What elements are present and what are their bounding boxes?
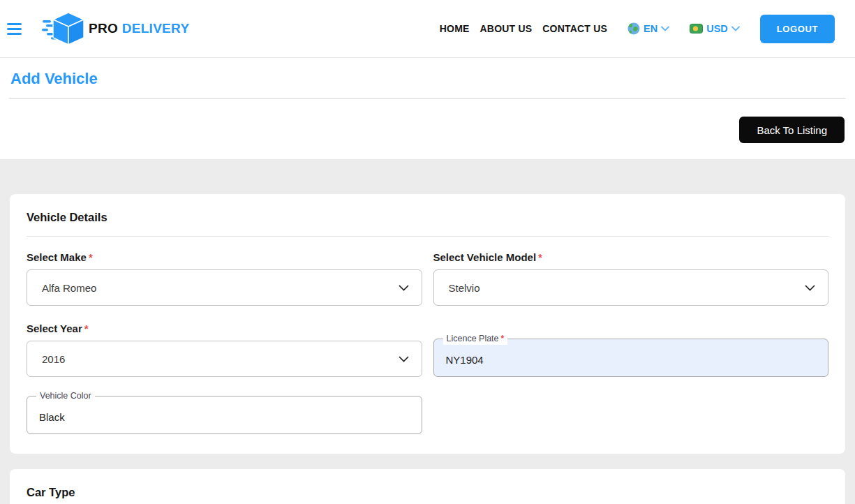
vehicle-color-label: Vehicle Color xyxy=(36,390,95,402)
globe-icon xyxy=(627,22,640,35)
nav-home[interactable]: HOME xyxy=(440,23,470,34)
vehicle-details-title: Vehicle Details xyxy=(27,211,828,224)
year-select[interactable]: 2016 xyxy=(27,341,422,377)
delivery-box-icon xyxy=(41,11,84,46)
nav-contact-us[interactable]: CONTACT US xyxy=(542,23,607,34)
required-mark: * xyxy=(82,323,89,334)
brand-name: PRO DELIVERY xyxy=(89,21,189,36)
app-header: PRO DELIVERY HOME ABOUT US CONTACT US EN xyxy=(0,0,855,58)
required-mark: * xyxy=(499,334,505,343)
chevron-down-icon xyxy=(661,26,669,31)
card-divider xyxy=(27,236,828,237)
model-select-value: Stelvio xyxy=(449,282,480,294)
currency-value: USD xyxy=(706,23,728,34)
model-select[interactable]: Stelvio xyxy=(433,269,829,306)
menu-icon[interactable] xyxy=(7,23,22,35)
page-title-band: Add Vehicle Back To Listing xyxy=(0,58,855,159)
main-nav: HOME ABOUT US CONTACT US EN xyxy=(440,15,855,43)
make-select[interactable]: Alfa Romeo xyxy=(27,269,422,306)
language-selector[interactable]: EN xyxy=(627,22,669,35)
nav-about-us[interactable]: ABOUT US xyxy=(480,23,533,34)
licence-plate-label: Licence Plate* xyxy=(443,333,508,345)
brand-logo[interactable]: PRO DELIVERY xyxy=(41,11,189,46)
vehicle-details-form: Select Make* Alfa Romeo Select Vehicle M… xyxy=(27,251,828,434)
make-select-value: Alfa Romeo xyxy=(42,282,96,294)
language-value: EN xyxy=(644,23,657,34)
page-title: Add Vehicle xyxy=(9,70,846,88)
licence-plate-field: Licence Plate* xyxy=(433,339,829,377)
page-content: Vehicle Details Select Make* Alfa Romeo … xyxy=(0,159,855,504)
back-to-listing-button[interactable]: Back To Listing xyxy=(739,117,845,143)
chevron-down-icon xyxy=(399,356,409,362)
required-mark: * xyxy=(87,251,93,263)
year-select-value: 2016 xyxy=(42,353,65,365)
chevron-down-icon xyxy=(805,285,815,291)
chevron-down-icon xyxy=(399,285,409,291)
currency-selector[interactable]: USD xyxy=(690,23,740,34)
chevron-down-icon xyxy=(731,26,740,31)
select-year-label: Select Year* xyxy=(27,323,422,334)
car-type-card: Car Type xyxy=(10,469,845,504)
vehicle-color-field: Vehicle Color xyxy=(27,396,422,434)
select-make-label: Select Make* xyxy=(27,251,422,263)
vehicle-details-card: Vehicle Details Select Make* Alfa Romeo … xyxy=(10,194,845,454)
select-model-label: Select Vehicle Model* xyxy=(433,251,829,263)
car-type-title: Car Type xyxy=(27,486,828,499)
required-mark: * xyxy=(536,251,542,263)
money-icon xyxy=(690,24,703,34)
title-divider xyxy=(9,98,846,99)
logout-button[interactable]: LOGOUT xyxy=(760,15,835,43)
